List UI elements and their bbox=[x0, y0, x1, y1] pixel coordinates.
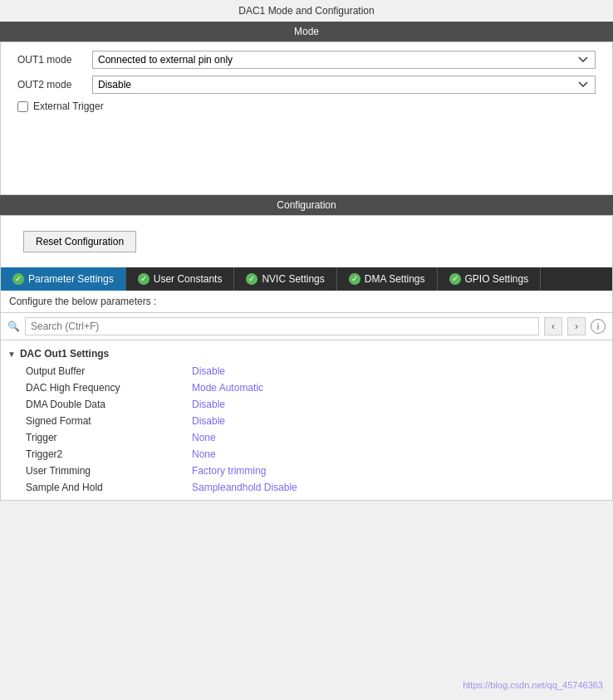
param-value-trigger2: None bbox=[192, 448, 216, 460]
config-section: Reset Configuration ✓ Parameter Settings… bbox=[0, 215, 613, 501]
nav-prev-button[interactable]: ‹ bbox=[544, 317, 562, 335]
table-row: DAC High Frequency Mode Automatic bbox=[1, 379, 612, 396]
table-row: Trigger None bbox=[1, 429, 612, 446]
out2-mode-row: OUT2 mode Disable bbox=[17, 76, 596, 94]
search-input[interactable] bbox=[25, 317, 539, 335]
external-trigger-label: External Trigger bbox=[33, 100, 104, 112]
search-icon: 🔍 bbox=[7, 321, 20, 332]
external-trigger-checkbox[interactable] bbox=[17, 101, 28, 112]
table-row: DMA Double Data Disable bbox=[1, 396, 612, 413]
param-name-dma-double-data: DMA Double Data bbox=[26, 399, 192, 410]
param-value-signed-format: Disable bbox=[192, 415, 225, 427]
reset-config-button[interactable]: Reset Configuration bbox=[23, 231, 136, 252]
search-bar: 🔍 ‹ › i bbox=[1, 313, 612, 340]
param-name-trigger: Trigger bbox=[26, 432, 192, 443]
out1-mode-label: OUT1 mode bbox=[17, 54, 92, 66]
mode-section: OUT1 mode Connected to external pin only… bbox=[0, 42, 613, 195]
out2-mode-select[interactable]: Disable bbox=[92, 76, 596, 94]
param-name-trigger2: Trigger2 bbox=[26, 448, 192, 460]
out1-mode-select[interactable]: Connected to external pin only bbox=[92, 51, 596, 69]
tab-check-nvic-settings: ✓ bbox=[246, 273, 257, 285]
table-row: Trigger2 None bbox=[1, 446, 612, 463]
param-name-dac-high-frequency: DAC High Frequency bbox=[26, 382, 192, 394]
mode-section-header: Mode bbox=[0, 22, 613, 42]
tab-check-parameter-settings: ✓ bbox=[12, 273, 24, 285]
param-value-sample-and-hold: Sampleandhold Disable bbox=[192, 482, 297, 493]
param-name-output-buffer: Output Buffer bbox=[26, 365, 192, 377]
table-row: Output Buffer Disable bbox=[1, 363, 612, 379]
params-content: ▼ DAC Out1 Settings Output Buffer Disabl… bbox=[1, 340, 612, 500]
tab-label-gpio-settings: GPIO Settings bbox=[465, 273, 529, 285]
reset-btn-wrapper: Reset Configuration bbox=[1, 216, 612, 267]
external-trigger-row: External Trigger bbox=[17, 100, 596, 112]
nav-next-button[interactable]: › bbox=[567, 317, 586, 335]
dac-out1-group-header: ▼ DAC Out1 Settings bbox=[1, 345, 612, 363]
param-value-dac-high-frequency: Mode Automatic bbox=[192, 382, 263, 394]
tab-label-dma-settings: DMA Settings bbox=[365, 273, 425, 285]
param-name-signed-format: Signed Format bbox=[26, 415, 192, 427]
group-name-label: DAC Out1 Settings bbox=[20, 348, 109, 360]
param-name-user-trimming: User Trimming bbox=[26, 465, 192, 477]
tab-parameter-settings[interactable]: ✓ Parameter Settings bbox=[1, 267, 126, 291]
param-value-dma-double-data: Disable bbox=[192, 399, 225, 410]
table-row: Sample And Hold Sampleandhold Disable bbox=[1, 479, 612, 496]
tab-label-nvic-settings: NVIC Settings bbox=[262, 273, 324, 285]
out2-mode-label: OUT2 mode bbox=[17, 79, 92, 91]
param-value-trigger: None bbox=[192, 432, 216, 443]
watermark: https://blog.csdn.net/qq_45746363 bbox=[463, 680, 603, 690]
info-icon[interactable]: i bbox=[591, 319, 606, 334]
tab-check-dma-settings: ✓ bbox=[349, 273, 360, 285]
param-name-sample-and-hold: Sample And Hold bbox=[26, 482, 192, 493]
tabs-bar: ✓ Parameter Settings ✓ User Constants ✓ … bbox=[1, 267, 612, 291]
tab-user-constants[interactable]: ✓ User Constants bbox=[126, 267, 235, 291]
tab-check-gpio-settings: ✓ bbox=[449, 273, 461, 285]
config-section-header: Configuration bbox=[0, 195, 613, 215]
tab-dma-settings[interactable]: ✓ DMA Settings bbox=[337, 267, 438, 291]
param-value-user-trimming: Factory trimming bbox=[192, 465, 266, 477]
tab-label-parameter-settings: Parameter Settings bbox=[28, 273, 114, 285]
tab-label-user-constants: User Constants bbox=[154, 273, 223, 285]
tab-gpio-settings[interactable]: ✓ GPIO Settings bbox=[438, 267, 542, 291]
group-chevron-icon: ▼ bbox=[7, 350, 16, 359]
out1-mode-row: OUT1 mode Connected to external pin only bbox=[17, 51, 596, 69]
table-row: Signed Format Disable bbox=[1, 413, 612, 429]
configure-label: Configure the below parameters : bbox=[1, 291, 612, 313]
tab-nvic-settings[interactable]: ✓ NVIC Settings bbox=[234, 267, 336, 291]
table-row: User Trimming Factory trimming bbox=[1, 463, 612, 479]
tab-check-user-constants: ✓ bbox=[138, 273, 150, 285]
param-value-output-buffer: Disable bbox=[192, 365, 225, 377]
window-title: DAC1 Mode and Configuration bbox=[0, 0, 613, 22]
